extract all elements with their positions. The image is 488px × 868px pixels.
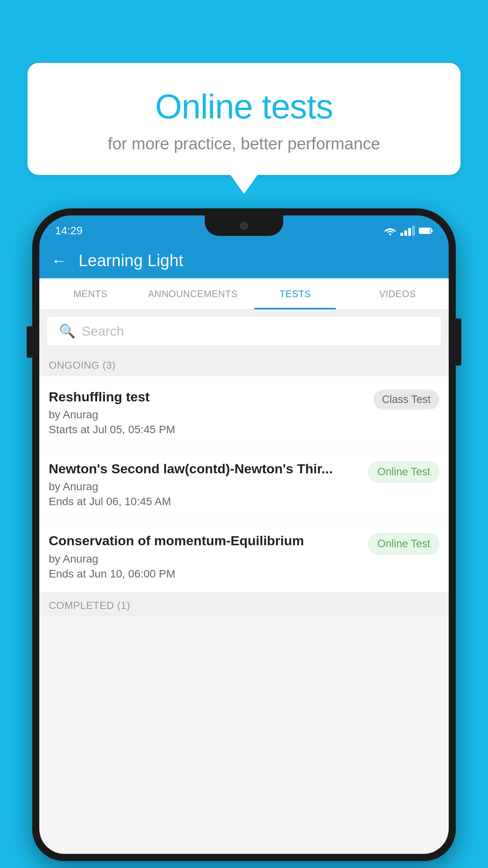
bubble-subtitle: for more practice, better performance xyxy=(47,134,441,153)
test-time-3: Ends at Jun 10, 06:00 PM xyxy=(49,568,360,580)
phone-screen: 14:29 xyxy=(39,215,449,854)
tab-ments[interactable]: MENTS xyxy=(39,278,142,309)
svg-rect-3 xyxy=(420,228,430,233)
search-icon: 🔍 xyxy=(59,323,75,339)
test-item-2[interactable]: Newton's Second law(contd)-Newton's Thir… xyxy=(39,448,449,520)
test-info-2: Newton's Second law(contd)-Newton's Thir… xyxy=(49,460,368,508)
speech-bubble: Online tests for more practice, better p… xyxy=(28,63,460,175)
bubble-title: Online tests xyxy=(47,86,441,127)
svg-rect-2 xyxy=(431,230,433,232)
test-name-3: Conservation of momentum-Equilibrium xyxy=(49,532,360,549)
test-item-1[interactable]: Reshuffling test by Anurag Starts at Jul… xyxy=(39,376,449,448)
test-item-3[interactable]: Conservation of momentum-Equilibrium by … xyxy=(39,520,449,592)
tab-videos[interactable]: VIDEOS xyxy=(347,278,449,309)
search-input[interactable]: Search xyxy=(82,324,124,339)
test-time-2: Ends at Jul 06, 10:45 AM xyxy=(49,495,360,508)
back-button[interactable]: ← xyxy=(51,252,67,270)
status-icons xyxy=(384,226,433,236)
status-time: 14:29 xyxy=(55,224,83,237)
svg-point-0 xyxy=(389,234,391,235)
test-name-2: Newton's Second law(contd)-Newton's Thir… xyxy=(49,460,360,477)
completed-section-label: COMPLETED (1) xyxy=(39,592,449,616)
ongoing-section-label: ONGOING (3) xyxy=(39,352,449,376)
wifi-icon xyxy=(384,226,396,235)
tab-announcements[interactable]: ANNOUNCEMENTS xyxy=(142,278,244,309)
phone-notch xyxy=(205,215,283,236)
phone-wrapper: 14:29 xyxy=(32,208,456,868)
test-time-1: Starts at Jul 05, 05:45 PM xyxy=(49,423,365,436)
test-author-1: by Anurag xyxy=(49,408,365,421)
signal-icon xyxy=(400,226,415,236)
test-info-1: Reshuffling test by Anurag Starts at Jul… xyxy=(49,388,373,436)
search-bar[interactable]: 🔍 Search xyxy=(47,317,441,345)
camera-dot xyxy=(240,222,248,230)
test-author-2: by Anurag xyxy=(49,480,360,493)
app-title: Learning Light xyxy=(79,251,183,270)
test-name-1: Reshuffling test xyxy=(49,388,365,405)
app-header: ← Learning Light xyxy=(39,243,449,278)
test-list: Reshuffling test by Anurag Starts at Jul… xyxy=(39,376,449,592)
tab-tests[interactable]: TESTS xyxy=(244,278,347,309)
tabs-bar: MENTS ANNOUNCEMENTS TESTS VIDEOS xyxy=(39,278,449,310)
test-badge-3: Online Test xyxy=(368,533,439,554)
test-info-3: Conservation of momentum-Equilibrium by … xyxy=(49,532,368,580)
test-badge-2: Online Test xyxy=(368,462,439,482)
battery-icon xyxy=(419,227,433,235)
phone-frame: 14:29 xyxy=(32,208,456,861)
search-container: 🔍 Search xyxy=(39,310,449,352)
test-badge-1: Class Test xyxy=(373,390,439,410)
test-author-3: by Anurag xyxy=(49,553,360,565)
